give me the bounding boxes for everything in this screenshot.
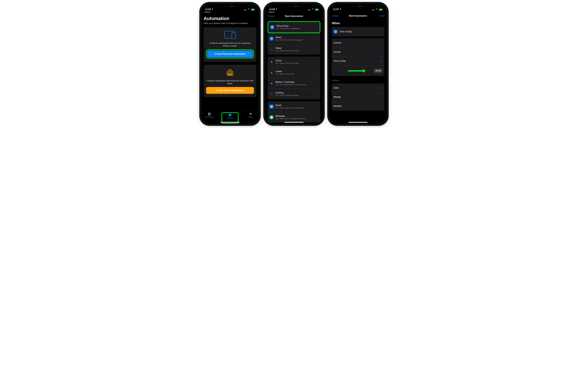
repeat-weekly[interactable]: Weekly: [332, 92, 384, 101]
chevron-right-icon: ›: [318, 116, 319, 119]
option-label: Weekly: [333, 96, 382, 98]
chevron-right-icon: ›: [318, 60, 319, 64]
row-sub: E.g. “15 minutes before I leave for work…: [276, 83, 316, 86]
trigger-carplay[interactable]: CarPlay E.g. “When CarPlay connects” ›: [268, 89, 320, 99]
row-sub: E.g. “When I leave work”: [276, 73, 316, 75]
trigger-group-location: Arrive E.g. “When I arrive at the gym” ›…: [268, 57, 320, 99]
breadcrumb-label: Search: [205, 11, 210, 13]
chevron-right-icon: ›: [318, 92, 319, 96]
create-home-automation-button[interactable]: Create Home Automation: [206, 87, 254, 94]
trigger-group-time: Time of Day E.g. “At 8:00 am on weekdays…: [268, 21, 320, 55]
selected-trigger-title: Time of Day: [339, 30, 382, 33]
nav-title: New Automation: [285, 15, 303, 17]
option-label: Time of Day: [333, 60, 378, 62]
option-label: Sunrise: [333, 42, 382, 44]
tab-label: Automation: [227, 117, 233, 119]
home-indicator[interactable]: [285, 122, 303, 123]
option-sunrise[interactable]: Sunrise: [332, 38, 384, 47]
option-label: Daily: [333, 87, 378, 89]
wifi-icon: [247, 9, 250, 10]
option-sunset[interactable]: Sunset: [332, 47, 384, 56]
alarm-icon: [269, 37, 274, 41]
row-sub: E.g. “When Wind Down starts”: [276, 50, 316, 52]
option-label: Sunset: [333, 50, 382, 53]
row-title: Email: [276, 104, 316, 107]
option-label: Monthly: [333, 105, 382, 108]
nav-cancel-button[interactable]: Cancel: [268, 13, 275, 19]
battery-icon: ⚡: [315, 8, 319, 11]
location-icon: [275, 8, 277, 11]
highlight-personal: Create Personal Automation: [206, 50, 254, 58]
breadcrumb-back[interactable]: Search: [265, 11, 323, 13]
cellular-icon: [308, 8, 311, 10]
clock-icon: [270, 25, 274, 29]
grid-icon: [208, 112, 211, 116]
when-header: When: [332, 21, 384, 25]
time-value-chip[interactable]: 18:00: [374, 69, 382, 73]
annotation-arrow: [348, 69, 366, 73]
tab-gallery[interactable]: Gallery: [243, 112, 259, 124]
nav-bar: Cancel New Automation: [265, 13, 323, 19]
selected-trigger-card: Time of Day: [332, 27, 384, 36]
personal-automation-card: Create an automation that runs on a pers…: [204, 27, 256, 62]
battery-icon: ⚡: [379, 8, 383, 11]
nav-back-label: Back: [334, 15, 339, 17]
breadcrumb-back[interactable]: Search: [201, 11, 259, 13]
checkmark-icon: ✓: [380, 59, 382, 63]
tab-my-shortcuts[interactable]: My Shortcuts: [201, 112, 217, 124]
home-icon: [226, 68, 234, 77]
repeat-daily[interactable]: Daily ✓: [332, 83, 384, 92]
wifi-icon: [311, 9, 314, 10]
trigger-alarm[interactable]: Alarm E.g. “When my alarm has stopped” ›: [268, 33, 320, 44]
carplay-icon: [269, 92, 274, 96]
trigger-before-commute[interactable]: Before I Commute E.g. “15 minutes before…: [268, 78, 320, 89]
breadcrumb-label: Search: [269, 11, 274, 13]
tab-label: Gallery: [249, 116, 253, 118]
page-title: Automation: [204, 16, 256, 21]
clock-icon: [333, 30, 337, 34]
device-new-automation-list: 11:54 ⚡ Search Cancel New Automation: [265, 4, 323, 124]
svg-rect-0: [229, 73, 231, 75]
trigger-message[interactable]: Message E.g. “When I get a message from …: [268, 112, 320, 123]
chevron-right-icon: ›: [318, 48, 319, 51]
mail-icon: [269, 105, 274, 108]
nav-back-button[interactable]: Back: [332, 13, 339, 19]
trigger-email[interactable]: Email E.g. “When I get an email from Jan…: [268, 101, 320, 112]
device-notch: [282, 4, 306, 8]
cellular-icon: [372, 8, 375, 10]
status-time: 11:54: [269, 8, 275, 11]
trigger-arrive[interactable]: Arrive E.g. “When I arrive at the gym” ›: [268, 57, 320, 67]
cellular-icon: [244, 8, 247, 10]
repeat-monthly[interactable]: Monthly: [332, 101, 384, 111]
home-card-desc: Create an automation that works for ever…: [206, 79, 254, 85]
time-option-group: Sunrise Sunset Time of Day ✓ 18:00: [332, 38, 384, 76]
row-sub: E.g. “When my alarm has stopped”: [276, 39, 316, 41]
svg-rect-2: [209, 113, 211, 114]
chevron-right-icon: ›: [318, 82, 319, 85]
row-sub: E.g. “When I get a message from Mum”: [276, 117, 316, 120]
chevron-right-icon: ›: [318, 105, 319, 108]
svg-rect-1: [208, 113, 209, 114]
option-time-of-day[interactable]: Time of Day ✓: [332, 56, 384, 66]
nav-title: New Automation: [349, 15, 367, 17]
trigger-time-of-day[interactable]: Time of Day E.g. “At 8:00 am on weekdays…: [268, 21, 320, 33]
row-title: Arrive: [276, 59, 316, 62]
trigger-leave[interactable]: Leave E.g. “When I leave work” ›: [268, 67, 320, 78]
row-sub: E.g. “When CarPlay connects”: [276, 94, 316, 97]
svg-rect-13: [271, 106, 272, 107]
home-indicator[interactable]: [221, 122, 240, 123]
home-indicator[interactable]: [348, 122, 368, 123]
row-title: Message: [276, 115, 316, 117]
tab-label: My Shortcuts: [205, 116, 213, 118]
repeat-group: Daily ✓ Weekly Monthly: [332, 83, 384, 111]
leave-icon: [269, 71, 274, 75]
arrive-icon: [269, 60, 274, 64]
status-time: 11:54: [205, 8, 211, 11]
nav-next-button[interactable]: Next: [380, 13, 384, 19]
create-personal-automation-button[interactable]: Create Personal Automation: [207, 50, 253, 57]
row-title: Alarm: [276, 36, 316, 39]
chevron-right-icon: ›: [318, 37, 319, 40]
time-picker-row: 18:00: [332, 66, 384, 76]
trigger-sleep[interactable]: Sleep E.g. “When Wind Down starts” ›: [268, 44, 320, 55]
repeat-section-header: REPEAT: [332, 80, 384, 82]
